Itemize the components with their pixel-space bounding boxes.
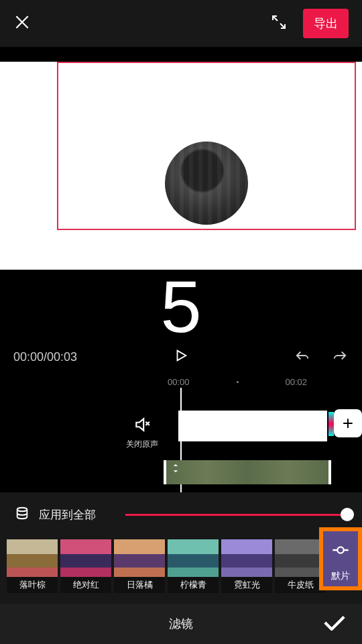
recycle-icon: [170, 463, 181, 476]
filter-name: 霓虹光: [221, 577, 272, 593]
filter-item[interactable]: 霓虹光: [221, 539, 272, 593]
filter-intensity-slider[interactable]: [125, 514, 347, 516]
current-time: 00:00: [13, 350, 44, 364]
filter-item[interactable]: 牛皮纸: [275, 539, 326, 593]
filter-item[interactable]: 落叶棕: [7, 539, 58, 593]
mute-audio-label: 关闭原声: [126, 439, 158, 450]
timeline-tick: 00:00: [168, 377, 190, 387]
undo-icon[interactable]: [294, 348, 311, 366]
timeline[interactable]: 00:00 00:02 关闭原声 +: [0, 373, 362, 492]
close-icon[interactable]: [13, 13, 31, 34]
video-clip[interactable]: [178, 411, 327, 441]
avatar: [165, 142, 248, 225]
preview-canvas[interactable]: [0, 62, 362, 270]
apply-all-icon[interactable]: [15, 506, 29, 523]
time-display: 00:00/00:03: [13, 350, 147, 364]
fullscreen-icon[interactable]: [271, 14, 287, 33]
filter-item[interactable]: 日落橘: [114, 539, 165, 593]
timeline-tick: 00:02: [286, 377, 308, 387]
filter-name: 柠檬青: [168, 577, 219, 593]
redo-icon[interactable]: [331, 348, 349, 366]
confirm-button[interactable]: [323, 614, 346, 633]
filter-item-selected[interactable]: 默片: [319, 527, 362, 590]
svg-point-0: [17, 508, 27, 512]
clip-effect-stripe: [328, 412, 334, 436]
svg-point-1: [337, 547, 343, 553]
total-time: 00:03: [47, 350, 77, 364]
filter-name: 绝对红: [60, 577, 111, 593]
countdown-number: 5: [0, 270, 362, 343]
filter-clip[interactable]: [164, 460, 331, 484]
filter-list[interactable]: 落叶棕 绝对红 日落橘 柠檬青 霓虹光 牛皮纸: [0, 537, 362, 596]
timeline-tick-dot: [237, 381, 239, 383]
filter-name: 日落橘: [114, 577, 165, 593]
filter-item[interactable]: 绝对红: [60, 539, 111, 593]
filter-item[interactable]: 柠檬青: [168, 539, 219, 593]
play-button[interactable]: [174, 348, 188, 366]
filter-name: 牛皮纸: [275, 577, 326, 593]
apply-all-label[interactable]: 应用到全部: [39, 507, 96, 523]
slider-knob[interactable]: [341, 508, 354, 521]
add-clip-button[interactable]: +: [334, 409, 362, 437]
panel-title: 滤镜: [169, 616, 193, 632]
filter-panel: 应用到全部 落叶棕 绝对红 日落橘 柠檬青 霓虹光 牛皮纸 滤镜: [0, 492, 362, 644]
preview-frame: [57, 62, 356, 230]
filter-name: 落叶棕: [7, 577, 58, 593]
export-button[interactable]: 导出: [303, 9, 349, 38]
mute-audio-button[interactable]: 关闭原声: [126, 416, 158, 450]
filter-name: 默片: [331, 570, 350, 582]
